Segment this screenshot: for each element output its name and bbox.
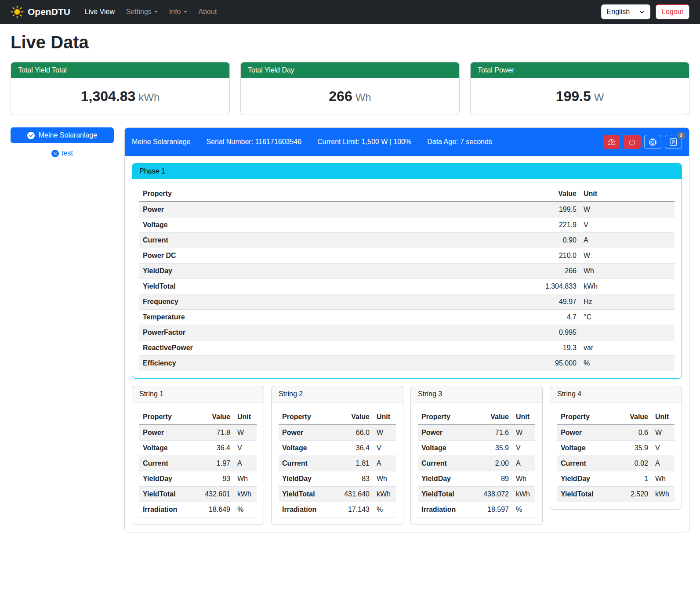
limit-settings-button[interactable] — [603, 135, 620, 149]
table-row: Power 71.8 W — [139, 425, 257, 441]
unit-cell: A — [512, 456, 535, 471]
property-cell: Current — [557, 456, 617, 471]
string-table: Property Value Unit Power 71.8 — [139, 409, 257, 517]
table-row: Power 0.6 W — [557, 425, 675, 441]
summary-value: 1,304.83 — [81, 88, 136, 104]
unit-cell: V — [373, 441, 396, 456]
event-count-badge: 2 — [677, 132, 685, 139]
unit-cell: Wh — [234, 471, 257, 487]
summary-card-total-power: Total Power 199.5W — [470, 62, 689, 115]
value-cell: 0.6 — [617, 425, 652, 441]
nav-item-info[interactable]: Info — [163, 4, 193, 19]
property-cell: Power — [418, 425, 477, 441]
inverter-select-label: Meine Solaranlage — [39, 131, 97, 139]
table-row: Current 0.02 A — [557, 456, 675, 471]
inverter-select-meine-solaranlage[interactable]: Meine Solaranlage — [11, 127, 114, 143]
property-cell: YieldDay — [139, 471, 199, 487]
unit-cell: Wh — [512, 471, 535, 487]
table-row: Voltage 221.9 V — [139, 217, 675, 233]
value-header: Value — [199, 409, 234, 425]
value-cell: 1.97 — [199, 456, 234, 471]
unit-cell: °C — [580, 310, 675, 325]
string-card-title: String 2 — [272, 386, 403, 402]
power-toggle-button[interactable] — [624, 135, 641, 149]
inverter-data-age: Data Age: 7 seconds — [427, 138, 492, 146]
value-cell: 36.4 — [338, 441, 373, 456]
unit-cell: W — [580, 248, 675, 264]
property-cell: YieldDay — [139, 264, 403, 279]
value-cell: 89 — [477, 471, 512, 487]
summary-unit: Wh — [355, 91, 371, 103]
value-cell: 221.9 — [403, 217, 580, 233]
event-log-button[interactable]: 2 — [665, 135, 682, 149]
table-row: ReactivePower 19.3 var — [139, 340, 675, 356]
property-cell: Power — [279, 425, 338, 441]
property-header: Property — [557, 409, 617, 425]
property-cell: ReactivePower — [139, 340, 403, 356]
phase-table: Property Value Unit Power 199.5 — [139, 186, 675, 371]
string-card-2: String 2 Property Value Unit — [271, 386, 403, 525]
summary-unit: kWh — [138, 91, 160, 103]
value-cell: 1,304.833 — [403, 279, 580, 294]
navbar: OpenDTU Live View Settings Info About En… — [0, 0, 700, 24]
unit-cell: V — [652, 441, 675, 456]
unit-cell: A — [652, 456, 675, 471]
unit-cell: V — [234, 441, 257, 456]
nav-item-settings[interactable]: Settings — [120, 4, 163, 19]
table-row: YieldTotal 432.601 kWh — [139, 487, 257, 502]
value-header: Value — [338, 409, 373, 425]
sun-icon — [11, 5, 24, 18]
property-cell: Power DC — [139, 248, 403, 264]
language-select[interactable]: English — [601, 4, 650, 19]
value-cell: 4.7 — [403, 310, 580, 325]
value-cell: 210.0 — [403, 248, 580, 264]
value-header: Value — [403, 186, 580, 202]
nav-item-info-label: Info — [169, 8, 181, 16]
summary-value: 199.5 — [556, 88, 591, 104]
unit-cell: W — [512, 425, 535, 441]
nav-item-settings-label: Settings — [126, 8, 152, 16]
cpu-icon — [649, 138, 656, 146]
unit-cell: kWh — [580, 279, 675, 294]
inverter-select-test[interactable]: test — [11, 148, 114, 159]
value-cell: 2.520 — [617, 487, 652, 502]
unit-cell: A — [580, 233, 675, 248]
table-row: Irradiation 18.597 % — [418, 502, 535, 517]
property-cell: Current — [139, 233, 403, 248]
nav-item-live-view[interactable]: Live View — [79, 4, 120, 19]
table-row: Power DC 210.0 W — [139, 248, 675, 264]
device-info-button[interactable] — [644, 135, 661, 149]
nav-item-about[interactable]: About — [193, 4, 223, 19]
table-row: YieldDay 89 Wh — [418, 471, 535, 487]
inverter-limit: Current Limit: 1,500 W | 100% — [317, 138, 411, 146]
language-select-value: English — [607, 8, 630, 16]
value-cell: 93 — [199, 471, 234, 487]
table-row: YieldTotal 438.072 kWh — [418, 487, 535, 502]
value-cell: 71.6 — [477, 425, 512, 441]
table-row: Current 1.81 A — [279, 456, 396, 471]
summary-card-title: Total Yield Total — [11, 62, 229, 78]
table-row: Power 71.6 W — [418, 425, 535, 441]
property-cell: Voltage — [557, 441, 617, 456]
property-cell: Efficiency — [139, 356, 403, 371]
table-row: YieldDay 93 Wh — [139, 471, 257, 487]
value-cell: 19.3 — [403, 340, 580, 356]
unit-cell: Wh — [652, 471, 675, 487]
table-row: Voltage 36.4 V — [139, 441, 257, 456]
property-cell: YieldDay — [557, 471, 617, 487]
value-cell: 71.8 — [199, 425, 234, 441]
table-header-row: Property Value Unit — [139, 409, 257, 425]
table-row: Temperature 4.7 °C — [139, 310, 675, 325]
value-cell: 0.02 — [617, 456, 652, 471]
unit-cell: % — [234, 502, 257, 517]
value-cell: 1.81 — [338, 456, 373, 471]
summary-value: 266 — [329, 88, 352, 104]
brand-label: OpenDTU — [28, 7, 70, 17]
table-row: Power 199.5 W — [139, 202, 675, 217]
logout-button[interactable]: Logout — [656, 4, 689, 19]
brand-link[interactable]: OpenDTU — [11, 5, 70, 18]
string-card-title: String 3 — [411, 386, 542, 402]
unit-cell: % — [373, 502, 396, 517]
property-cell: Power — [139, 202, 403, 217]
string-card-3: String 3 Property Value Unit — [410, 386, 543, 525]
